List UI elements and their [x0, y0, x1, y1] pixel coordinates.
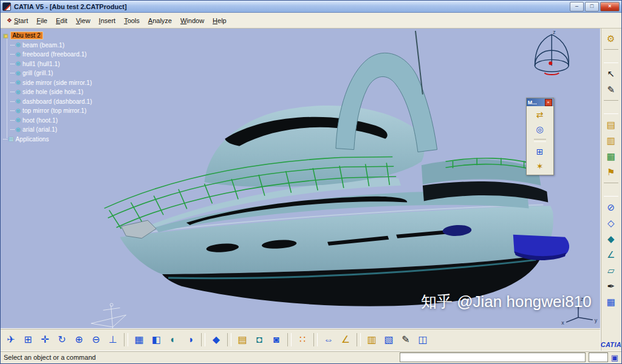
menu-view[interactable]: View [72, 15, 95, 26]
zoom-in-icon[interactable]: ⊕ [71, 332, 87, 348]
tree-item-label: hoot (hoot.1) [22, 117, 58, 124]
open-catalog-icon[interactable]: ▤ [604, 118, 618, 131]
power-input-icon[interactable]: ▣ [611, 354, 618, 362]
title-bar[interactable]: CATIA V5 - [Abu test 2.CATProduct] – □ × [1, 1, 621, 13]
grid-snap-icon[interactable]: ∷ [295, 332, 310, 348]
toolbar-separator[interactable] [357, 333, 361, 346]
ruler-icon[interactable]: ▱ [604, 264, 618, 277]
measure-toolbar-close-icon[interactable]: × [545, 99, 552, 106]
normal-view-icon[interactable]: ⊥ [105, 332, 121, 348]
menu-help[interactable]: Help [208, 15, 231, 26]
angle-measure-icon[interactable]: ∠ [604, 248, 618, 261]
sparkle-icon[interactable]: ✶ [533, 160, 547, 172]
update-icon[interactable]: ⚙ [604, 32, 618, 45]
prism-icon[interactable]: ◆ [604, 232, 618, 245]
toolbar-separator[interactable] [287, 333, 292, 346]
viewport-3d[interactable]: z x y z [1, 29, 600, 328]
axis-y-label: y [595, 317, 598, 323]
part-icon: ⚙ [16, 42, 21, 48]
tree-branch-line [10, 73, 15, 73]
apply-material-icon[interactable]: ◘ [251, 332, 267, 348]
measure-item-icon[interactable]: ◎ [533, 123, 547, 135]
fly-mode-icon[interactable]: ✈ [3, 332, 19, 348]
rt-separator[interactable] [604, 183, 618, 197]
tree-item[interactable]: ⚙ freeboard (freeboard.1) [3, 50, 92, 59]
render-icon[interactable]: ◙ [268, 332, 284, 348]
tree-item-label: dashboard (dashboard.1) [22, 98, 92, 105]
menu-item-label: File [36, 17, 47, 24]
tree-item-label: hull1 (hull1.1) [22, 61, 60, 67]
catalog-icon[interactable]: ▤ [234, 332, 250, 348]
tree-item[interactable]: ⚙ grill (grill.1) [3, 69, 92, 78]
iso-view-icon[interactable]: ◧ [148, 332, 164, 348]
axis-z-label: z [581, 296, 584, 302]
toolbar-separator[interactable] [201, 333, 205, 346]
tree-branch-line [10, 54, 15, 55]
axis-system-icon[interactable]: ⊘ [604, 201, 618, 214]
start-menu-icon: ❖ [7, 17, 12, 24]
compass[interactable]: z [535, 29, 569, 75]
annotate-icon[interactable]: ✎ [398, 332, 414, 348]
menu-edit[interactable]: Edit [52, 15, 72, 26]
wireframe-mode-icon[interactable]: ◑ [182, 332, 198, 348]
menu-tools[interactable]: Tools [120, 15, 144, 26]
tree-item[interactable]: ⚙ top mirror (top mirror.1) [3, 106, 92, 116]
tree-item[interactable]: ⚙ beam (beam.1) [3, 41, 92, 50]
toolbar-separator[interactable] [227, 333, 231, 346]
tree-branch-line [10, 83, 15, 83]
import-icon[interactable]: ▥ [604, 134, 618, 147]
maximize-button[interactable]: □ [585, 2, 599, 12]
export-icon[interactable]: ▦ [604, 150, 618, 163]
knife-icon[interactable]: ✎ [604, 83, 618, 96]
fit-all-icon[interactable]: ⊞ [20, 332, 36, 348]
menu-insert[interactable]: Insert [95, 15, 120, 26]
ft-separator[interactable] [534, 139, 546, 142]
tree-item[interactable]: ⚙ hull1 (hull1.1) [3, 59, 92, 69]
toolbar-separator[interactable] [124, 333, 128, 346]
box-icon[interactable]: ◇ [604, 217, 618, 229]
flag-note-icon[interactable]: ⚑ [604, 166, 618, 178]
menu-file[interactable]: File [32, 15, 52, 26]
pen-icon[interactable]: ✒ [604, 280, 618, 292]
menu-window[interactable]: Window [176, 15, 208, 26]
close-button[interactable]: × [600, 2, 620, 12]
rt-separator[interactable] [604, 49, 618, 63]
hide-show-icon[interactable]: ◆ [208, 332, 224, 348]
select-arrow-icon[interactable]: ↖ [604, 67, 618, 80]
shading-mode-icon[interactable]: ◐ [165, 332, 181, 348]
part-icon: ⚙ [16, 127, 21, 133]
menu-analyze[interactable]: Analyze [144, 15, 176, 26]
tree-item[interactable]: ⚙ arial (arial.1) [3, 125, 92, 135]
measure-between-icon[interactable]: ⇔ [321, 332, 337, 348]
measure-between-icon[interactable]: ⇄ [533, 109, 547, 121]
tree-applications-item[interactable]: ▦ Applications [3, 135, 92, 144]
catia-logo: CATIA [601, 341, 621, 348]
measure-toolbar[interactable]: M... × ⇄ ◎ ⊞ ✶ [526, 98, 554, 175]
rt-separator[interactable] [604, 100, 618, 114]
toolbar-separator[interactable] [313, 333, 318, 346]
tree-root-item[interactable]: ▣ Abu test 2 [3, 31, 92, 41]
minimize-button[interactable]: – [570, 2, 584, 12]
tree-item-label: freeboard (freeboard.1) [22, 51, 87, 58]
tree-item-label: side mirror (side mirror.1) [22, 79, 92, 86]
zoom-out-icon[interactable]: ⊖ [88, 332, 104, 348]
grid-icon[interactable]: ▦ [604, 295, 618, 308]
section-icon[interactable]: ▥ [364, 332, 380, 348]
tree-item[interactable]: ⚙ side hole (side hole.1) [3, 87, 92, 97]
menu-start[interactable]: ❖ Start [2, 15, 32, 26]
pan-icon[interactable]: ✛ [37, 332, 53, 348]
depth-effect-icon[interactable]: ◫ [415, 332, 431, 348]
rotate-icon[interactable]: ↻ [54, 332, 70, 348]
power-input[interactable] [589, 352, 608, 362]
part-icon: ⚙ [16, 108, 21, 114]
multi-view-icon[interactable]: ▦ [131, 332, 147, 348]
measure-item-icon[interactable]: ∠ [338, 332, 354, 348]
measure-inertia-icon[interactable]: ⊞ [533, 146, 547, 158]
tree-item[interactable]: ⚙ dashboard (dashboard.1) [3, 97, 92, 107]
part-icon: ⚙ [16, 70, 21, 76]
dialog-input[interactable] [400, 352, 586, 362]
measure-toolbar-titlebar[interactable]: M... × [527, 98, 553, 106]
layers-icon[interactable]: ▧ [381, 332, 397, 348]
tree-item[interactable]: ⚙ hoot (hoot.1) [3, 116, 92, 126]
tree-item[interactable]: ⚙ side mirror (side mirror.1) [3, 78, 92, 88]
